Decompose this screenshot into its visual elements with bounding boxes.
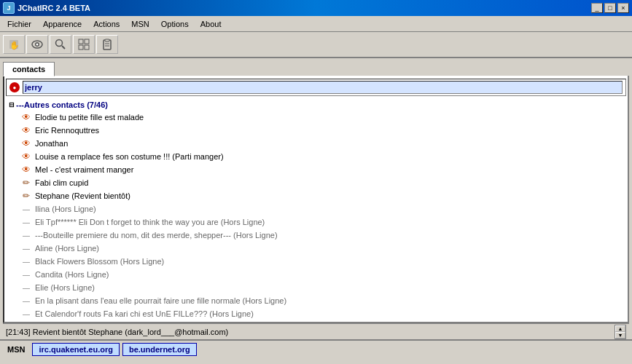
menu-msn[interactable]: MSN bbox=[125, 18, 155, 30]
contact-item[interactable]: ✏ Stephane (Revient bientôt) bbox=[6, 189, 626, 202]
contact-name: Elie (Hors Ligne) bbox=[35, 283, 95, 292]
menu-fichier[interactable]: Fichier bbox=[1, 18, 37, 30]
group-toggle-icon[interactable]: ⊟ bbox=[9, 101, 15, 108]
contact-item[interactable]: 👁 Elodie tu petite fille est malade bbox=[6, 111, 626, 124]
clipboard-tool-button[interactable] bbox=[96, 35, 118, 54]
contact-name: Mel - c'est vraiment manger bbox=[35, 165, 133, 174]
contact-status-icon: 👁 bbox=[20, 151, 32, 162]
search-input[interactable] bbox=[23, 81, 623, 94]
contact-item[interactable]: — Black Flowers Blossom (Hors Ligne) bbox=[6, 255, 626, 268]
contact-name: Fabi clim cupid bbox=[35, 178, 88, 187]
network-label: MSN bbox=[3, 344, 29, 355]
tab-area: contacts bbox=[0, 58, 632, 76]
window-title: JChatIRC 2.4 BETA bbox=[17, 4, 90, 12]
contact-name: Ilina (Hors Ligne) bbox=[35, 205, 96, 213]
close-button[interactable]: × bbox=[617, 3, 629, 13]
contact-status-icon: — bbox=[20, 282, 32, 293]
group-header[interactable]: ⊟ ---Autres contacts (7/46) bbox=[6, 99, 626, 111]
svg-rect-7 bbox=[79, 39, 83, 44]
contact-status-icon: 👁 bbox=[20, 111, 32, 123]
contact-status-icon: — bbox=[20, 269, 32, 280]
minimize-button[interactable]: _ bbox=[591, 3, 603, 13]
contact-status-icon: — bbox=[20, 295, 32, 306]
scroll-down-button[interactable]: ▼ bbox=[615, 332, 625, 339]
contact-status-icon: ✏ bbox=[20, 177, 32, 189]
contact-name: Stephane (Revient bientôt) bbox=[35, 191, 130, 200]
group-label: ---Autres contacts (7/46) bbox=[16, 100, 108, 109]
contact-item[interactable]: 👁 Jonathan bbox=[6, 137, 626, 150]
contact-status-icon: ✏ bbox=[20, 190, 32, 202]
svg-line-6 bbox=[62, 46, 65, 49]
contact-name: Et Calendor'f routs Fa kari chi est UnE … bbox=[35, 309, 254, 318]
contact-name: Eli Tpf****** Eli Don t forget to think … bbox=[35, 218, 265, 226]
contact-item[interactable]: — Et Calendor'f routs Fa kari chi est Un… bbox=[6, 307, 626, 320]
contact-status-icon: — bbox=[20, 229, 32, 241]
search-tool-button[interactable] bbox=[50, 35, 71, 54]
contact-item[interactable]: — Ilina (Hors Ligne) bbox=[6, 202, 626, 215]
grid-tool-button[interactable] bbox=[73, 35, 95, 54]
contact-item[interactable]: — En la plisant dans l'eau elle pourrait… bbox=[6, 294, 626, 307]
status-message: [21:43] Revient bientôt Stephane (dark_l… bbox=[6, 328, 615, 336]
contact-item[interactable]: — Elie (Hors Ligne) bbox=[6, 281, 626, 294]
contact-name: Aline (Hors Ligne) bbox=[35, 244, 99, 253]
contact-name: Candita (Hors Ligne) bbox=[35, 270, 109, 279]
toolbar: ✋ bbox=[0, 32, 632, 58]
contact-item[interactable]: — ---Bouteille premiere du nom, dit des … bbox=[6, 229, 626, 242]
contact-status-icon: 👁 bbox=[20, 124, 32, 136]
title-controls[interactable]: _ □ × bbox=[591, 3, 629, 13]
network-tab-undernet[interactable]: be.undernet.org bbox=[122, 343, 197, 356]
contact-item[interactable]: — Eli Tpf****** Eli Don t forget to thin… bbox=[6, 215, 626, 229]
svg-rect-9 bbox=[79, 45, 83, 50]
contact-status-icon: 👁 bbox=[20, 164, 32, 175]
contact-list[interactable]: ● ⊟ ---Autres contacts (7/46) 👁 Elodie t… bbox=[4, 76, 628, 322]
contact-status-icon: — bbox=[20, 321, 32, 322]
contact-name: ---Bouteille premiere du nom, dit des me… bbox=[35, 231, 278, 240]
svg-rect-12 bbox=[105, 39, 109, 41]
contact-item[interactable]: 👁 Eric Rennoquttres bbox=[6, 124, 626, 137]
contact-name: Black Flowers Blossom (Hors Ligne) bbox=[35, 257, 164, 266]
contact-item[interactable]: 👁 Mel - c'est vraiment manger bbox=[6, 163, 626, 176]
contact-status-icon: — bbox=[20, 242, 32, 254]
contact-name: Eric Rennoquttres bbox=[35, 126, 99, 135]
contact-item[interactable]: — Candita (Hors Ligne) bbox=[6, 268, 626, 281]
title-bar: J JChatIRC 2.4 BETA _ □ × bbox=[0, 0, 632, 16]
maximize-button[interactable]: □ bbox=[604, 3, 616, 13]
contact-status-icon: 👁 bbox=[20, 138, 32, 149]
hand-tool-button[interactable]: ✋ bbox=[3, 35, 25, 54]
scroll-up-button[interactable]: ▲ bbox=[615, 325, 625, 332]
contact-item[interactable]: ✏ Fabi clim cupid bbox=[6, 176, 626, 189]
menu-actions[interactable]: Actions bbox=[87, 18, 125, 30]
contact-name: Louise a remplace fes son costume !!! (P… bbox=[35, 152, 224, 161]
contact-status-icon: — bbox=[20, 216, 32, 228]
contact-name: En la plisant dans l'eau elle pourrait f… bbox=[35, 296, 286, 305]
contact-status-icon: — bbox=[20, 256, 32, 267]
contact-status-icon: — bbox=[20, 308, 32, 320]
contact-item[interactable]: 👁 Louise a remplace fes son costume !!! … bbox=[6, 150, 626, 163]
main-content: ● ⊟ ---Autres contacts (7/46) 👁 Elodie t… bbox=[3, 76, 629, 323]
contact-item[interactable]: — Jutap si tout va bien....... (Hors Lig… bbox=[6, 320, 626, 322]
menu-bar: Fichier Apparence Actions MSN Options Ab… bbox=[0, 16, 632, 32]
contact-name: Jonathan bbox=[35, 139, 68, 148]
search-input-wrapper: ● bbox=[9, 81, 623, 94]
title-bar-left: J JChatIRC 2.4 BETA bbox=[3, 2, 90, 14]
svg-text:✋: ✋ bbox=[9, 40, 20, 50]
status-scroll[interactable]: ▲ ▼ bbox=[615, 325, 626, 339]
menu-options[interactable]: Options bbox=[155, 18, 195, 30]
status-bar: [21:43] Revient bientôt Stephane (dark_l… bbox=[3, 323, 629, 339]
eye-tool-button[interactable] bbox=[26, 35, 48, 54]
network-bar: MSN irc.quakenet.eu.org be.undernet.org bbox=[0, 339, 632, 358]
app-icon: J bbox=[3, 2, 15, 14]
search-field: ● bbox=[6, 79, 626, 96]
search-icon-circle: ● bbox=[9, 82, 20, 92]
contact-status-icon: — bbox=[20, 203, 32, 215]
menu-apparence[interactable]: Apparence bbox=[37, 18, 87, 30]
svg-rect-10 bbox=[85, 45, 89, 50]
network-tab-quakenet[interactable]: irc.quakenet.eu.org bbox=[32, 343, 119, 356]
contact-item[interactable]: — Aline (Hors Ligne) bbox=[6, 242, 626, 255]
svg-point-5 bbox=[56, 40, 63, 47]
menu-about[interactable]: About bbox=[195, 18, 227, 30]
svg-rect-8 bbox=[85, 39, 89, 44]
contact-name: Elodie tu petite fille est malade bbox=[35, 113, 144, 122]
svg-point-4 bbox=[36, 44, 39, 46]
tab-contacts[interactable]: contacts bbox=[3, 62, 55, 76]
